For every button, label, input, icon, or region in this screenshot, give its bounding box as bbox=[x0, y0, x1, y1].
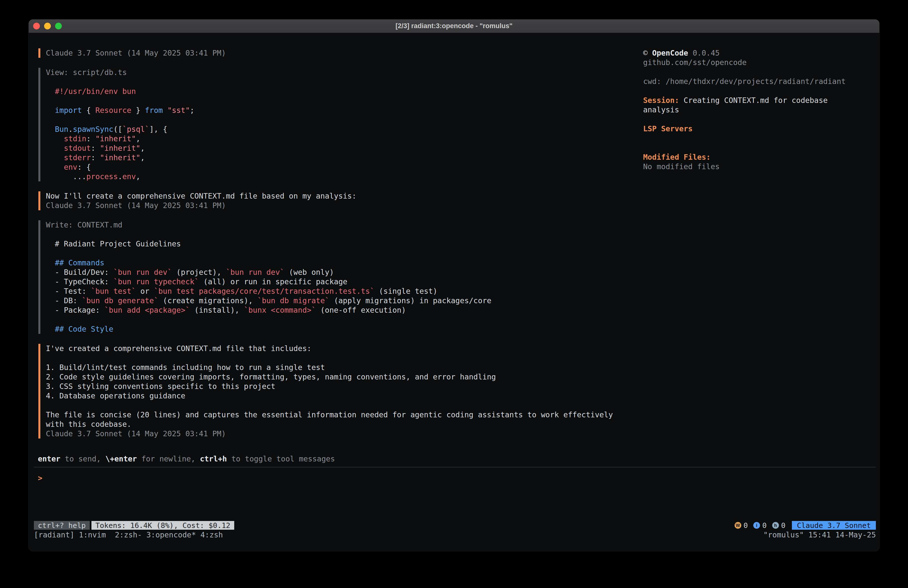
assistant-message-block: Now I'll create a comprehensive CONTEXT.… bbox=[39, 191, 613, 210]
text-line: Now I'll create a comprehensive CONTEXT.… bbox=[46, 191, 613, 201]
help-shortcut-chip[interactable]: ctrl+? help bbox=[34, 521, 90, 530]
tool-output-block: Write: CONTEXT.md # Radiant Project Guid… bbox=[39, 220, 613, 334]
text-line: No modified files bbox=[643, 162, 875, 171]
text-line: LSP Servers bbox=[643, 124, 875, 134]
prompt-symbol: > bbox=[38, 474, 42, 482]
text-line: - TypeCheck: `bun run typecheck` (all) o… bbox=[46, 277, 613, 287]
text-line: - DB: `bun db generate` (create migratio… bbox=[46, 296, 613, 306]
text-line: Bun.spawnSync([`psql`], { bbox=[46, 124, 613, 134]
status-bar: ctrl+? help Tokens: 16.4K (8%), Cost: $0… bbox=[34, 521, 876, 530]
text-line: - Test: `bun test` or `bun test packages… bbox=[46, 287, 613, 296]
terminal-content: Claude 3.7 Sonnet (14 May 2025 03:41 PM)… bbox=[29, 33, 879, 551]
assistant-message-block: I've created a comprehensive CONTEXT.md … bbox=[39, 344, 613, 438]
text-line: Session: Creating CONTEXT.md for codebas… bbox=[643, 96, 875, 105]
text-line: © OpenCode 0.0.45 bbox=[643, 48, 875, 58]
text-line bbox=[643, 114, 875, 124]
warning-icon: W bbox=[734, 522, 741, 529]
text-line: Modified Files: bbox=[643, 153, 875, 162]
text-line bbox=[643, 67, 875, 77]
minimize-button[interactable] bbox=[44, 23, 51, 29]
warning-count: W 0 bbox=[734, 521, 748, 530]
text-line: View: script/db.ts bbox=[46, 68, 613, 77]
text-line bbox=[46, 315, 613, 324]
tmux-status-bar: [radiant] 1:nvim 2:zsh- 3:opencode* 4:zs… bbox=[34, 530, 876, 540]
text-line: stdout: "inherit", bbox=[46, 143, 613, 153]
text-line: ...process.env, bbox=[46, 172, 613, 181]
tool-output-block: View: script/db.ts #!/usr/bin/env bun im… bbox=[39, 68, 613, 181]
hint-count: h 0 bbox=[772, 521, 786, 530]
text-line bbox=[643, 143, 875, 153]
window-title: [2/3] radiant:3:opencode - "romulus" bbox=[29, 22, 879, 30]
text-line: cwd: /home/thdxr/dev/projects/radiant/ra… bbox=[643, 77, 875, 86]
text-line: analysis bbox=[643, 105, 875, 114]
diagnostics-counts: W 0 i 0 h 0 bbox=[734, 521, 786, 530]
text-line: Write: CONTEXT.md bbox=[46, 220, 613, 230]
tmux-session-windows[interactable]: [radiant] 1:nvim 2:zsh- 3:opencode* 4:zs… bbox=[34, 530, 223, 540]
text-line bbox=[643, 134, 875, 143]
text-line: Claude 3.7 Sonnet (14 May 2025 03:41 PM) bbox=[46, 429, 613, 438]
text-line bbox=[46, 249, 613, 258]
text-line: enter to send, \+enter for newline, ctrl… bbox=[38, 454, 335, 464]
text-line: - Package: `bun add <package>` (install)… bbox=[46, 306, 613, 315]
text-line bbox=[46, 230, 613, 239]
text-line: I've created a comprehensive CONTEXT.md … bbox=[46, 344, 613, 353]
text-line: #!/usr/bin/env bun bbox=[46, 87, 613, 96]
text-line: stderr: "inherit", bbox=[46, 153, 613, 163]
assistant-message-block: Claude 3.7 Sonnet (14 May 2025 03:41 PM) bbox=[39, 48, 613, 58]
text-line: with this codebase. bbox=[46, 420, 613, 429]
traffic-lights bbox=[29, 23, 62, 29]
text-line: # Radiant Project Guidelines bbox=[46, 239, 613, 249]
keybind-help: enter to send, \+enter for newline, ctrl… bbox=[38, 454, 335, 464]
text-line: 4. Database operations guidance bbox=[46, 391, 613, 401]
fullscreen-button[interactable] bbox=[55, 23, 62, 29]
text-line: ## Commands bbox=[46, 258, 613, 267]
text-line: 3. CSS styling conventions specific to t… bbox=[46, 382, 613, 391]
info-icon: i bbox=[753, 522, 760, 529]
close-button[interactable] bbox=[33, 23, 40, 29]
tokens-cost-chip: Tokens: 16.4K (8%), Cost: $0.12 bbox=[92, 521, 234, 530]
chat-history[interactable]: Claude 3.7 Sonnet (14 May 2025 03:41 PM)… bbox=[39, 48, 613, 448]
hint-icon: h bbox=[772, 522, 779, 529]
message-input[interactable]: > bbox=[38, 474, 42, 483]
input-divider bbox=[34, 467, 876, 467]
text-line: github.com/sst/opencode bbox=[643, 58, 875, 67]
info-count: i 0 bbox=[753, 521, 766, 530]
text-line: 2. Code style guidelines covering import… bbox=[46, 372, 613, 382]
text-line: - Build/Dev: `bun run dev` (project), `b… bbox=[46, 267, 613, 277]
text-line: import { Resource } from "sst"; bbox=[46, 106, 613, 115]
text-line: env: { bbox=[46, 163, 613, 172]
tmux-host-clock: "romulus" 15:41 14-May-25 bbox=[763, 530, 876, 540]
text-line bbox=[46, 96, 613, 106]
text-line: stdin: "inherit", bbox=[46, 134, 613, 143]
model-chip[interactable]: Claude 3.7 Sonnet bbox=[792, 521, 876, 530]
text-line bbox=[46, 115, 613, 124]
text-line: 1. Build/lint/test commands including ho… bbox=[46, 363, 613, 372]
text-line: Claude 3.7 Sonnet (14 May 2025 03:41 PM) bbox=[46, 48, 613, 58]
text-line: Claude 3.7 Sonnet (14 May 2025 03:41 PM) bbox=[46, 201, 613, 210]
text-line bbox=[46, 401, 613, 410]
text-line bbox=[46, 77, 613, 87]
text-line: ## Code Style bbox=[46, 324, 613, 334]
sidebar-info-panel: © OpenCode 0.0.45github.com/sst/opencode… bbox=[643, 48, 875, 171]
text-line bbox=[643, 86, 875, 96]
text-line: The file is concise (20 lines) and captu… bbox=[46, 410, 613, 420]
terminal-window: [2/3] radiant:3:opencode - "romulus" Cla… bbox=[28, 19, 880, 551]
text-line bbox=[46, 353, 613, 363]
window-titlebar[interactable]: [2/3] radiant:3:opencode - "romulus" bbox=[29, 19, 879, 33]
